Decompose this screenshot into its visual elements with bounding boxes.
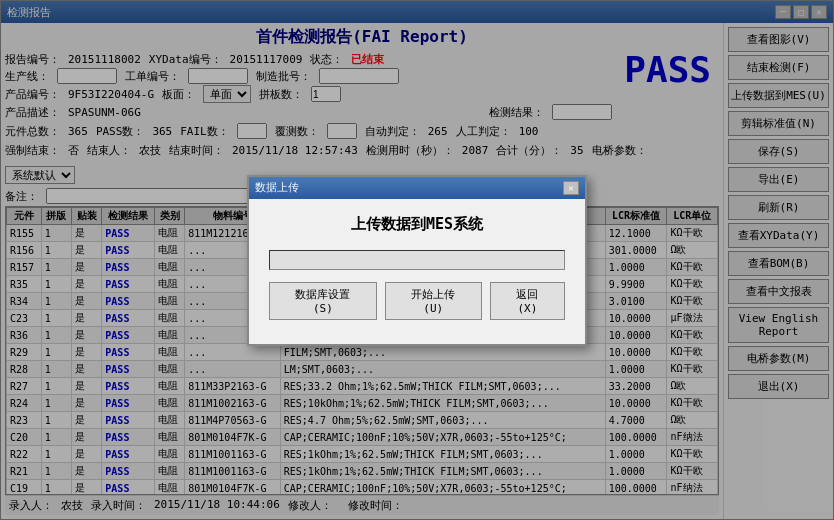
start-upload-button[interactable]: 开始上传(U): [385, 282, 482, 320]
upload-modal: 数据上传 ✕ 上传数据到MES系统 数据库设置(S) 开始上传(U) 返回(X): [247, 175, 587, 346]
modal-footer: 数据库设置(S) 开始上传(U) 返回(X): [269, 282, 565, 332]
modal-body: 上传数据到MES系统 数据库设置(S) 开始上传(U) 返回(X): [249, 199, 585, 344]
cancel-button[interactable]: 返回(X): [490, 282, 565, 320]
modal-overlay: 数据上传 ✕ 上传数据到MES系统 数据库设置(S) 开始上传(U) 返回(X): [0, 0, 834, 520]
modal-title-bar: 数据上传 ✕: [249, 177, 585, 199]
modal-title: 数据上传: [255, 180, 299, 195]
modal-heading: 上传数据到MES系统: [269, 215, 565, 234]
modal-close-button[interactable]: ✕: [563, 181, 579, 195]
progress-bar: [269, 250, 565, 270]
db-settings-button[interactable]: 数据库设置(S): [269, 282, 377, 320]
